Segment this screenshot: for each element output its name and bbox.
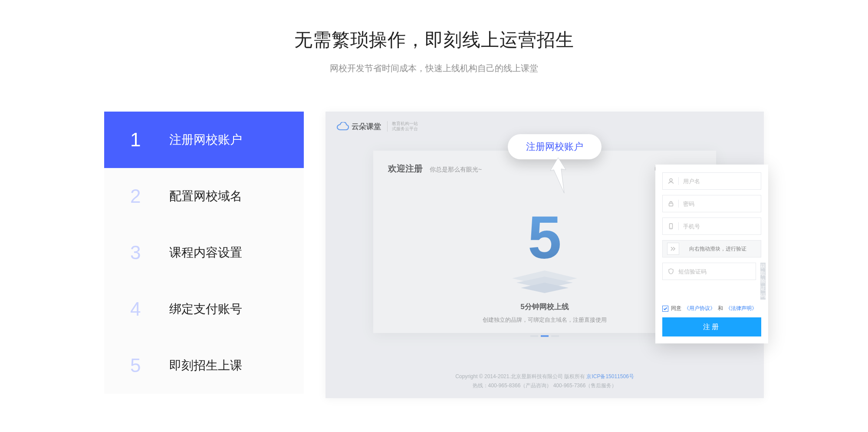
step-label: 即刻招生上课 [169, 357, 242, 374]
agree-row: 同意 《用户协议》 和 《法律声明》 [662, 305, 761, 312]
preview-footer: Copyright © 2014-2021.北京昱新科技有限公司 版权所有 京I… [326, 373, 764, 389]
user-agreement-link[interactable]: 《用户协议》 [684, 305, 715, 312]
register-card: 欢迎注册 你总是那么有眼光~ 已有账号？去 登录 5 [373, 151, 716, 333]
preview-header: 云朵课堂 教育机构一站 式服务云平台 [337, 121, 753, 132]
welcome-title: 欢迎注册 [388, 163, 423, 175]
hero-area: 5 5分钟网校上线 创建独立的品牌，可绑定自主域名，注册直接使用 [480, 207, 610, 337]
password-input[interactable] [683, 201, 756, 207]
sms-code-field[interactable] [662, 263, 756, 280]
step-item-launch[interactable]: 5 即刻招生上课 [104, 337, 304, 394]
pointer-arrow-icon [545, 158, 571, 198]
slider-text: 向右拖动滑块，进行验证 [679, 245, 756, 253]
step-number: 4 [130, 298, 161, 320]
step-label: 课程内容设置 [169, 244, 242, 261]
agree-checkbox[interactable] [662, 306, 668, 312]
stacked-plates-icon [508, 270, 582, 297]
shield-icon [667, 268, 675, 274]
phone-input[interactable] [683, 223, 756, 230]
page-title: 无需繁琐操作，即刻线上运营招生 [0, 28, 868, 52]
svg-point-3 [670, 179, 672, 181]
step-number: 3 [130, 242, 161, 264]
legal-statement-link[interactable]: 《法律声明》 [726, 305, 757, 312]
brand-tagline: 教育机构一站 式服务云平台 [387, 121, 418, 132]
page-subtitle: 网校开发节省时间成本，快速上线机构自己的线上课堂 [0, 63, 868, 74]
step-label: 注册网校账户 [169, 132, 242, 148]
callout-bubble: 注册网校账户 [508, 134, 602, 159]
step-number: 1 [130, 129, 161, 151]
hero-headline: 5分钟网校上线 [480, 302, 610, 312]
step-item-register[interactable]: 1 注册网校账户 [104, 112, 304, 168]
brand-logo: 云朵课堂 [337, 122, 381, 132]
username-input[interactable] [683, 178, 756, 185]
phone-field[interactable] [662, 218, 761, 235]
brand-name: 云朵课堂 [352, 122, 381, 132]
slider-captcha[interactable]: 向右拖动滑块，进行验证 [662, 240, 761, 257]
step-number: 2 [130, 185, 161, 207]
step-item-course[interactable]: 3 课程内容设置 [104, 224, 304, 281]
password-field[interactable] [662, 195, 761, 212]
svg-point-6 [671, 228, 671, 228]
register-form: 向右拖动滑块，进行验证 获取验证码 同意 《用 [655, 165, 768, 343]
hero-digit: 5 [501, 207, 588, 268]
welcome-slogan: 你总是那么有眼光~ [430, 166, 482, 174]
pager-dots [480, 335, 610, 337]
step-item-payment[interactable]: 4 绑定支付账号 [104, 281, 304, 337]
step-list: 1 注册网校账户 2 配置网校域名 3 课程内容设置 4 绑定支付账号 5 即刻… [104, 112, 304, 398]
user-icon [667, 178, 675, 184]
get-code-button[interactable]: 获取验证码 [760, 263, 766, 300]
hero-desc: 创建独立的品牌，可绑定自主域名，注册直接使用 [480, 316, 610, 324]
step-label: 配置网校域名 [169, 188, 242, 204]
slider-handle-icon[interactable] [667, 243, 679, 255]
sms-code-input[interactable] [678, 268, 751, 275]
step-item-domain[interactable]: 2 配置网校域名 [104, 168, 304, 224]
preview-panel: 云朵课堂 教育机构一站 式服务云平台 欢迎注册 你总是那么有眼光~ 已有账号？去… [326, 112, 764, 398]
register-button[interactable]: 注册 [662, 317, 761, 336]
cloud-icon [337, 122, 349, 131]
phone-icon [667, 223, 675, 229]
lock-icon [667, 201, 675, 207]
username-field[interactable] [662, 172, 761, 190]
step-number: 5 [130, 355, 161, 376]
icp-link[interactable]: 京ICP备15011506号 [586, 373, 634, 379]
svg-rect-4 [669, 203, 673, 206]
step-label: 绑定支付账号 [169, 301, 242, 317]
